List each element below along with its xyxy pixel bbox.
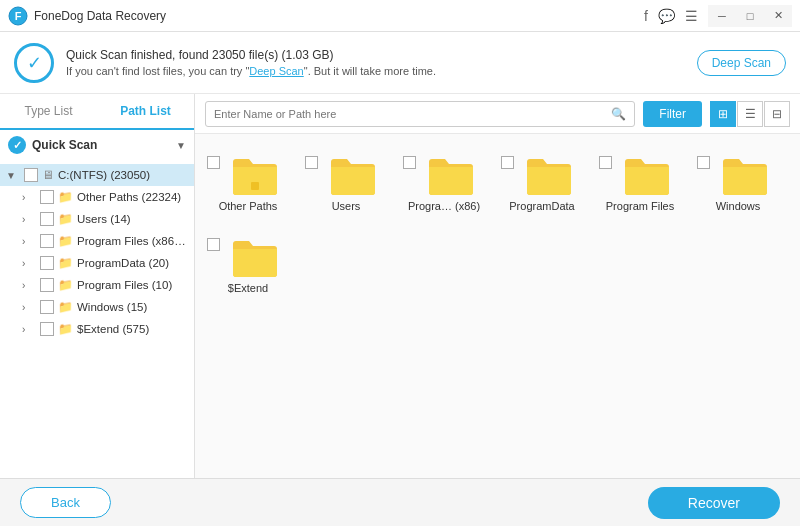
view-grid-button[interactable]: ⊞ [710, 101, 736, 127]
content-area: 🔍 Filter ⊞ ☰ ⊟ [195, 94, 800, 478]
facebook-icon[interactable]: f [644, 8, 648, 24]
file-name: Windows [697, 200, 779, 212]
file-item-windows[interactable]: Windows [693, 146, 783, 220]
folder-icon: 📁 [58, 212, 73, 226]
folder-icon: 🖥 [42, 168, 54, 182]
file-checkbox[interactable] [305, 156, 318, 169]
expand-arrow: › [22, 192, 36, 203]
tree-checkbox[interactable] [40, 212, 54, 226]
tab-type-list[interactable]: Type List [0, 94, 97, 130]
tree-item-windows[interactable]: › 📁 Windows (15) [0, 296, 194, 318]
file-name: Program Files [599, 200, 681, 212]
file-checkbox[interactable] [599, 156, 612, 169]
tree-item-users[interactable]: › 📁 Users (14) [0, 208, 194, 230]
expand-arrow: › [22, 258, 36, 269]
tree-label: Program Files (10) [77, 279, 188, 291]
expand-arrow: ▼ [6, 170, 20, 181]
tree-label: Other Paths (22324) [77, 191, 188, 203]
expand-arrow: › [22, 302, 36, 313]
tree-checkbox[interactable] [40, 278, 54, 292]
content-toolbar: 🔍 Filter ⊞ ☰ ⊟ [195, 94, 800, 134]
sidebar-tabs: Type List Path List [0, 94, 194, 130]
status-text: Quick Scan finished, found 23050 file(s)… [66, 48, 697, 77]
quick-scan-arrow: ▼ [176, 140, 186, 151]
close-button[interactable]: ✕ [764, 5, 792, 27]
tree-item-other-paths[interactable]: › 📁 Other Paths (22324) [0, 186, 194, 208]
tree-label: Users (14) [77, 213, 188, 225]
app-title: FoneDog Data Recovery [34, 9, 644, 23]
expand-arrow: › [22, 214, 36, 225]
filter-button[interactable]: Filter [643, 101, 702, 127]
titlebar-icons: f 💬 ☰ [644, 8, 698, 24]
quick-scan-check: ✓ [8, 136, 26, 154]
file-item-programdata[interactable]: ProgramData [497, 146, 587, 220]
expand-arrow: › [22, 236, 36, 247]
menu-icon[interactable]: ☰ [685, 8, 698, 24]
app-logo: F [8, 6, 28, 26]
chat-icon[interactable]: 💬 [658, 8, 675, 24]
file-name: Users [305, 200, 387, 212]
tree-checkbox[interactable] [40, 300, 54, 314]
quick-scan-label: Quick Scan [32, 138, 97, 152]
tree-label: Program Files (x86) (9… [77, 235, 188, 247]
file-name: ProgramData [501, 200, 583, 212]
file-item-program-files[interactable]: Program Files [595, 146, 685, 220]
tree-label: $Extend (575) [77, 323, 188, 335]
folder-icon: 📁 [58, 234, 73, 248]
status-line1: Quick Scan finished, found 23050 file(s)… [66, 48, 697, 62]
view-detail-button[interactable]: ⊟ [764, 101, 790, 127]
search-input[interactable] [214, 108, 611, 120]
status-bar: ✓ Quick Scan finished, found 23050 file(… [0, 32, 800, 94]
folder-icon: 📁 [58, 322, 73, 336]
svg-rect-2 [251, 182, 259, 190]
file-item-extend[interactable]: $Extend [203, 228, 293, 302]
expand-arrow: › [22, 324, 36, 335]
bottom-bar: Back Recover [0, 478, 800, 526]
tree-checkbox[interactable] [40, 190, 54, 204]
file-item-program-files-x86[interactable]: Progra… (x86) [399, 146, 489, 220]
minimize-button[interactable]: ─ [708, 5, 736, 27]
file-checkbox[interactable] [207, 156, 220, 169]
folder-icon: 📁 [58, 300, 73, 314]
tree-checkbox[interactable] [40, 234, 54, 248]
file-checkbox[interactable] [403, 156, 416, 169]
file-name: Other Paths [207, 200, 289, 212]
deep-scan-button[interactable]: Deep Scan [697, 50, 786, 76]
tab-path-list[interactable]: Path List [97, 94, 194, 130]
file-name: $Extend [207, 282, 289, 294]
tree-item-program-files[interactable]: › 📁 Program Files (10) [0, 274, 194, 296]
tree-label: ProgramData (20) [77, 257, 188, 269]
expand-arrow: › [22, 280, 36, 291]
view-icons: ⊞ ☰ ⊟ [710, 101, 790, 127]
file-checkbox[interactable] [697, 156, 710, 169]
file-grid: Other Paths Users [195, 134, 800, 478]
recover-button[interactable]: Recover [648, 487, 780, 519]
back-button[interactable]: Back [20, 487, 111, 518]
quick-scan-row[interactable]: ✓ Quick Scan ▼ [0, 130, 194, 160]
folder-icon: 📁 [58, 190, 73, 204]
view-list-button[interactable]: ☰ [737, 101, 763, 127]
maximize-button[interactable]: □ [736, 5, 764, 27]
main-layout: Type List Path List ✓ Quick Scan ▼ ▼ 🖥 C… [0, 94, 800, 478]
tree-checkbox[interactable] [24, 168, 38, 182]
folder-icon: 📁 [58, 256, 73, 270]
tree-item-extend[interactable]: › 📁 $Extend (575) [0, 318, 194, 340]
file-item-other-paths[interactable]: Other Paths [203, 146, 293, 220]
tree-checkbox[interactable] [40, 322, 54, 336]
tree-item-program-files-x86[interactable]: › 📁 Program Files (x86) (9… [0, 230, 194, 252]
file-checkbox[interactable] [207, 238, 220, 251]
file-item-users[interactable]: Users [301, 146, 391, 220]
tree-checkbox[interactable] [40, 256, 54, 270]
file-name: Progra… (x86) [403, 200, 485, 212]
tree-item-programdata[interactable]: › 📁 ProgramData (20) [0, 252, 194, 274]
sidebar: Type List Path List ✓ Quick Scan ▼ ▼ 🖥 C… [0, 94, 195, 478]
search-box: 🔍 [205, 101, 635, 127]
search-icon: 🔍 [611, 107, 626, 121]
svg-text:F: F [15, 10, 22, 22]
status-icon: ✓ [14, 43, 54, 83]
deep-scan-link[interactable]: Deep Scan [249, 65, 303, 77]
tree-label: Windows (15) [77, 301, 188, 313]
tree-item-root[interactable]: ▼ 🖥 C:(NTFS) (23050) [0, 164, 194, 186]
file-checkbox[interactable] [501, 156, 514, 169]
status-line2: If you can't find lost files, you can tr… [66, 65, 697, 77]
